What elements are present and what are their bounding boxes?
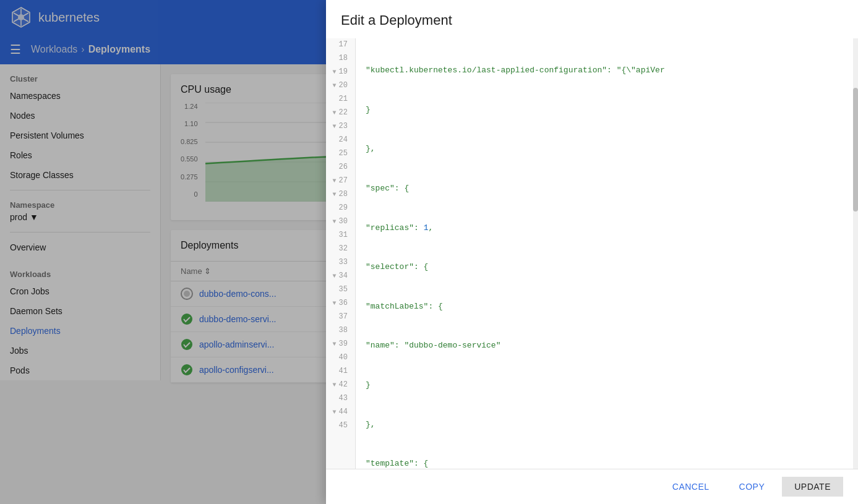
fold-arrow-34[interactable]: ▼: [333, 271, 337, 281]
fold-arrow-22[interactable]: ▼: [333, 108, 337, 118]
line-num-43: 43: [331, 392, 350, 406]
update-button[interactable]: UPDATE: [782, 477, 843, 497]
line-num-35: 35: [331, 283, 350, 297]
line-num-39: ▼39: [331, 338, 350, 351]
edit-deployment-modal: Edit a Deployment 17 18 ▼19 ▼20 21 ▼22 ▼…: [326, 0, 858, 504]
code-editor: 17 18 ▼19 ▼20 21 ▼22 ▼23 24 25 26 ▼27 ▼2…: [326, 38, 858, 469]
line-num-27: ▼27: [331, 174, 350, 188]
line-num-18: 18: [331, 52, 350, 66]
cancel-button[interactable]: CANCEL: [660, 477, 722, 497]
code-line-20: "spec": {: [366, 182, 848, 195]
fold-arrow-42[interactable]: ▼: [333, 380, 337, 390]
fold-arrow-36[interactable]: ▼: [333, 299, 337, 309]
line-num-44: ▼44: [331, 406, 350, 419]
line-num-34: ▼34: [331, 270, 350, 283]
line-num-24: 24: [331, 134, 350, 147]
code-line-17: "kubectl.kubernetes.io/last-applied-conf…: [366, 64, 848, 78]
modal-body[interactable]: 17 18 ▼19 ▼20 21 ▼22 ▼23 24 25 26 ▼27 ▼2…: [326, 38, 858, 469]
line-num-40: 40: [331, 351, 350, 365]
code-line-25: }: [366, 378, 848, 392]
modal-scrollbar-thumb[interactable]: [853, 88, 858, 211]
line-num-29: 29: [331, 202, 350, 215]
copy-button[interactable]: COPY: [727, 477, 778, 497]
code-line-24: "name": "dubbo-demo-service": [366, 340, 848, 353]
fold-arrow-23[interactable]: ▼: [333, 122, 337, 132]
fold-arrow-27[interactable]: ▼: [333, 176, 337, 186]
fold-arrow-28[interactable]: ▼: [333, 190, 337, 200]
modal-footer: CANCEL COPY UPDATE: [326, 469, 858, 504]
line-num-17: 17: [331, 38, 350, 52]
line-num-38: 38: [331, 324, 350, 338]
modal-scrollbar[interactable]: [853, 38, 858, 469]
code-line-27: "template": {: [366, 458, 848, 469]
code-content[interactable]: "kubectl.kubernetes.io/last-applied-conf…: [356, 38, 858, 469]
line-num-37: 37: [331, 310, 350, 324]
line-num-30: ▼30: [331, 215, 350, 229]
line-num-41: 41: [331, 365, 350, 378]
line-num-31: 31: [331, 229, 350, 242]
code-line-21: "replicas": 1,: [366, 221, 848, 235]
line-num-45: 45: [331, 419, 350, 433]
fold-arrow-30[interactable]: ▼: [333, 217, 337, 227]
code-line-19: },: [366, 143, 848, 156]
line-numbers: 17 18 ▼19 ▼20 21 ▼22 ▼23 24 25 26 ▼27 ▼2…: [326, 38, 356, 469]
line-num-22: ▼22: [331, 106, 350, 120]
line-num-42: ▼42: [331, 378, 350, 392]
line-num-19: ▼19: [331, 66, 350, 79]
code-line-22: "selector": {: [366, 261, 848, 275]
code-line-26: },: [366, 418, 848, 432]
fold-arrow-44[interactable]: ▼: [333, 408, 337, 417]
line-num-21: 21: [331, 93, 350, 106]
fold-arrow-39[interactable]: ▼: [333, 340, 337, 349]
modal-title: Edit a Deployment: [326, 0, 858, 38]
line-num-36: ▼36: [331, 297, 350, 310]
fold-arrow-19[interactable]: ▼: [333, 67, 337, 77]
line-num-25: 25: [331, 147, 350, 161]
fold-arrow-20[interactable]: ▼: [333, 81, 337, 91]
line-num-26: 26: [331, 161, 350, 174]
line-num-20: ▼20: [331, 79, 350, 93]
line-num-32: 32: [331, 242, 350, 256]
code-line-23: "matchLabels": {: [366, 300, 848, 314]
code-line-18: }: [366, 103, 848, 117]
line-num-28: ▼28: [331, 188, 350, 202]
line-num-23: ▼23: [331, 120, 350, 134]
line-num-33: 33: [331, 256, 350, 270]
